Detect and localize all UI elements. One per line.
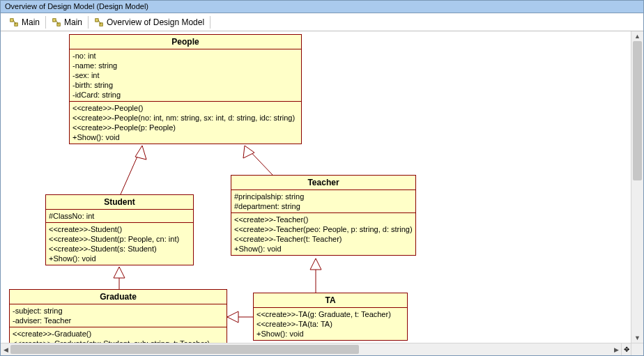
attr: -idCard: string bbox=[72, 90, 298, 100]
op: <<create>>-Graduate() bbox=[13, 329, 224, 339]
op: <<create>>-People(no: int, nm: string, s… bbox=[72, 113, 298, 123]
op: <<create>>-People(p: People) bbox=[72, 123, 298, 132]
scrollbar-corner bbox=[631, 343, 643, 355]
op: <<create>>-Student() bbox=[49, 224, 190, 234]
class-people[interactable]: People -no: int -name: string -sex: int … bbox=[69, 34, 302, 144]
diagram-icon bbox=[9, 17, 19, 27]
class-graduate[interactable]: Graduate -subject: string -adviser: Teac… bbox=[9, 289, 227, 343]
tab-label: Overview of Design Model bbox=[107, 17, 204, 27]
scrollbar-thumb[interactable] bbox=[633, 41, 642, 180]
tab-label: Main bbox=[64, 17, 82, 27]
tab-bar: Main Main Overview of Design Model bbox=[1, 13, 643, 31]
svg-marker-18 bbox=[310, 258, 321, 270]
scroll-right-icon[interactable]: ▶ bbox=[611, 343, 621, 355]
svg-rect-3 bbox=[53, 18, 56, 21]
attr: #principalship: string bbox=[234, 192, 413, 201]
tab-overview[interactable]: Overview of Design Model bbox=[89, 16, 210, 29]
class-student[interactable]: Student #ClassNo: int <<create>>-Student… bbox=[45, 194, 194, 265]
class-name: TA bbox=[254, 293, 407, 308]
op: <<create>>-Teacher(t: Teacher) bbox=[234, 234, 413, 244]
tab-main-1[interactable]: Main bbox=[3, 16, 46, 29]
scroll-left-icon[interactable]: ◀ bbox=[1, 343, 10, 355]
op: +Show(): void bbox=[234, 244, 413, 254]
tab-label: Main bbox=[22, 17, 40, 27]
op: <<create>>-Student(s: Student) bbox=[49, 244, 190, 254]
attr: -adviser: Teacher bbox=[13, 316, 224, 325]
diagram-icon bbox=[52, 17, 61, 27]
class-operations: <<create>>-Student() <<create>>-Student(… bbox=[46, 223, 193, 265]
attr: #department: string bbox=[234, 201, 413, 211]
window-title-bar: Overview of Design Model (Design Model) bbox=[1, 1, 643, 13]
attr: -name: string bbox=[72, 61, 298, 70]
class-ta[interactable]: TA <<create>>-TA(g: Graduate, t: Teacher… bbox=[253, 293, 408, 341]
class-attributes: #principalship: string #department: stri… bbox=[231, 190, 415, 213]
class-attributes: -subject: string -adviser: Teacher bbox=[10, 304, 227, 327]
svg-marker-14 bbox=[114, 267, 125, 278]
op: <<create>>-Teacher() bbox=[234, 215, 413, 224]
class-name: Teacher bbox=[231, 176, 415, 190]
scroll-down-icon[interactable]: ▼ bbox=[631, 333, 643, 343]
tab-main-2[interactable]: Main bbox=[46, 16, 89, 29]
diagram-canvas[interactable]: People -no: int -name: string -sex: int … bbox=[1, 31, 631, 343]
op: <<create>>-Student(p: People, cn: int) bbox=[49, 234, 190, 244]
diagram-navigator-icon[interactable]: ✥ bbox=[621, 343, 631, 355]
op: +Show(): void bbox=[72, 132, 298, 142]
op: +Show(): void bbox=[256, 329, 404, 339]
op: <<create>>-People() bbox=[72, 103, 298, 113]
svg-marker-12 bbox=[243, 146, 254, 158]
scrollbar-thumb[interactable] bbox=[10, 345, 359, 354]
horizontal-scrollbar[interactable]: ◀ ▶ ✥ bbox=[1, 343, 631, 355]
class-operations: <<create>>-Teacher() <<create>>-Teacher(… bbox=[231, 213, 415, 255]
vertical-scrollbar[interactable]: ▲ ▼ bbox=[631, 31, 643, 343]
class-name: People bbox=[70, 35, 301, 49]
attr: -subject: string bbox=[13, 306, 224, 316]
class-attributes: -no: int -name: string -sex: int -birth:… bbox=[70, 49, 301, 102]
diagram-canvas-wrap: People -no: int -name: string -sex: int … bbox=[1, 31, 643, 343]
svg-rect-0 bbox=[10, 18, 13, 21]
op: +Show(): void bbox=[49, 254, 190, 263]
op: <<create>>-Teacher(peo: People, p: strin… bbox=[234, 224, 413, 234]
op: <<create>>-TA(g: Graduate, t: Teacher) bbox=[256, 309, 404, 319]
class-operations: <<create>>-People() <<create>>-People(no… bbox=[70, 102, 301, 144]
window-title: Overview of Design Model (Design Model) bbox=[5, 2, 148, 10]
attr: -birth: string bbox=[72, 80, 298, 90]
class-name: Graduate bbox=[10, 290, 227, 304]
svg-marker-10 bbox=[135, 146, 146, 160]
attr: -sex: int bbox=[72, 70, 298, 80]
attr: -no: int bbox=[72, 51, 298, 61]
class-operations: <<create>>-TA(g: Graduate, t: Teacher) <… bbox=[254, 308, 407, 340]
scroll-up-icon[interactable]: ▲ bbox=[631, 31, 643, 41]
class-teacher[interactable]: Teacher #principalship: string #departme… bbox=[231, 175, 416, 256]
svg-line-11 bbox=[245, 146, 273, 175]
diagram-icon bbox=[94, 17, 104, 27]
svg-marker-16 bbox=[227, 311, 238, 323]
op: <<create>>-TA(ta: TA) bbox=[256, 319, 404, 329]
attr: #ClassNo: int bbox=[49, 211, 190, 221]
svg-line-9 bbox=[121, 146, 142, 194]
class-name: Student bbox=[46, 195, 193, 210]
class-operations: <<create>>-Graduate() <<create>>-Graduat… bbox=[10, 327, 227, 343]
class-attributes: #ClassNo: int bbox=[46, 210, 193, 223]
svg-rect-6 bbox=[95, 18, 98, 21]
